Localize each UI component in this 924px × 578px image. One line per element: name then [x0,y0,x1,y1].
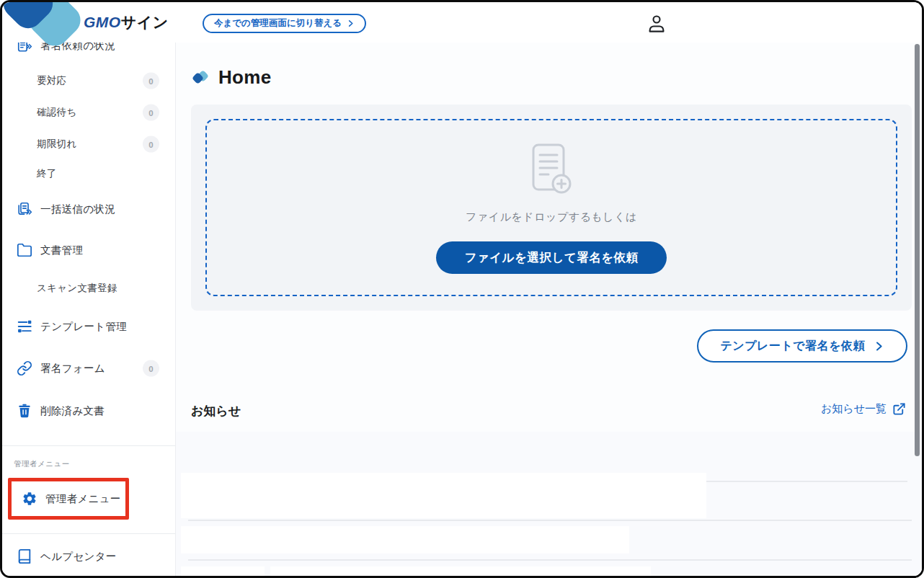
chevron-right-icon [874,341,884,352]
book-icon [17,548,32,564]
sidebar-item-label: ヘルプセンター [40,550,117,564]
drop-hint-text: ファイルをドロップするもしくは [466,210,637,224]
bulk-send-icon [17,201,32,217]
page-title: Home [218,66,271,89]
news-list-link-label: お知らせ一覧 [821,402,887,416]
gear-icon [22,491,37,507]
top-header: GMOサイン 今までの管理画面に切り替える [2,2,922,43]
sidebar-item-finished[interactable]: 終了 [2,159,175,188]
redacted-news-row [181,566,265,578]
sidebar-item-label: 期限切れ [37,138,77,151]
count-badge: 0 [143,360,159,377]
sidebar-item-expired[interactable]: 期限切れ 0 [2,130,175,159]
news-row-divider [188,559,912,561]
admin-section-label: 管理者メニュー [14,459,70,469]
file-drop-card: ファイルをドロップするもしくは ファイルを選択して署名を依頼 [191,105,912,311]
page-title-row: Home [191,66,271,89]
sidebar-item-admin-menu[interactable]: 管理者メニュー [12,484,125,513]
annotation-highlight-box: 管理者メニュー [8,478,129,520]
sidebar-item-label: スキャン文書登録 [37,282,117,295]
vertical-scrollbar-thumb[interactable] [915,44,920,456]
sidebar-item-label: テンプレート管理 [40,320,127,334]
template-icon [17,319,32,334]
chevron-right-icon [347,19,355,27]
sidebar-item-label: 終了 [37,167,57,180]
sidebar-divider [2,533,175,534]
sidebar-item-help-center[interactable]: ヘルプセンター [2,542,175,571]
folder-icon [17,242,32,258]
brand-sign-text: サイン [121,12,169,32]
brand-logo: GMOサイン [84,2,169,43]
sidebar-item-label: 要対応 [37,74,66,87]
news-list-link[interactable]: お知らせ一覧 [821,402,906,416]
template-signature-label: テンプレートで署名を依頼 [720,339,865,354]
sidebar-item-document-management[interactable]: 文書管理 [2,236,175,264]
redacted-news-row [181,526,629,553]
switch-admin-view-button[interactable]: 今までの管理画面に切り替える [203,14,366,33]
sidebar-item-waiting-confirmation[interactable]: 確認待ち 0 [2,98,175,127]
count-badge: 0 [143,136,159,153]
sidebar-item-scan-document-register[interactable]: スキャン文書登録 [2,274,175,303]
sidebar-item-label: 署名フォーム [40,362,105,375]
document-add-icon [530,143,572,199]
sidebar-item-label: 管理者メニュー [45,492,121,506]
select-file-button[interactable]: ファイルを選択して署名を依頼 [436,241,667,274]
news-section-title: お知らせ [191,403,241,419]
news-row-divider [706,481,907,482]
news-row-divider [188,520,912,521]
switch-admin-view-label: 今までの管理画面に切り替える [214,17,342,30]
brand-gmo-text: GMO [84,14,121,31]
sidebar-item-label: 一括送信の状況 [40,203,115,216]
file-drop-zone[interactable]: ファイルをドロップするもしくは ファイルを選択して署名を依頼 [205,119,897,296]
external-link-icon [892,402,906,416]
sidebar-item-label: 削除済み文書 [40,404,105,418]
sidebar-item-label: 確認待ち [37,106,77,119]
sidebar-item-action-required[interactable]: 要対応 0 [2,66,175,95]
count-badge: 0 [143,73,159,89]
sidebar-item-signature-form[interactable]: 署名フォーム 0 [2,354,175,383]
redacted-news-row [181,473,706,518]
template-signature-button[interactable]: テンプレートで署名を依頼 [697,329,907,363]
sidebar-item-template-management[interactable]: テンプレート管理 [2,312,175,341]
sidebar-item-deleted-documents[interactable]: 削除済み文書 [2,396,175,425]
redacted-news-row [270,566,651,578]
user-account-icon[interactable] [646,13,667,35]
app-window: GMOサイン 今までの管理画面に切り替える 署名依頼の状況 要対応 0 [0,0,924,578]
news-list [176,432,922,576]
sidebar-item-label: 文書管理 [40,244,83,257]
link-icon [17,360,32,376]
sidebar-item-bulk-send-status[interactable]: 一括送信の状況 [2,195,175,223]
sidebar-divider [2,445,175,446]
sidebar-nav: 署名依頼の状況 要対応 0 確認待ち 0 期限切れ 0 終了 [2,43,176,576]
count-badge: 0 [143,105,159,121]
trash-icon [17,403,32,419]
gmo-sign-home-icon [191,69,210,86]
main-content: Home ファイルをドロップするもしくは ファイルを選択して署名を依頼 テンプレ… [176,43,922,576]
